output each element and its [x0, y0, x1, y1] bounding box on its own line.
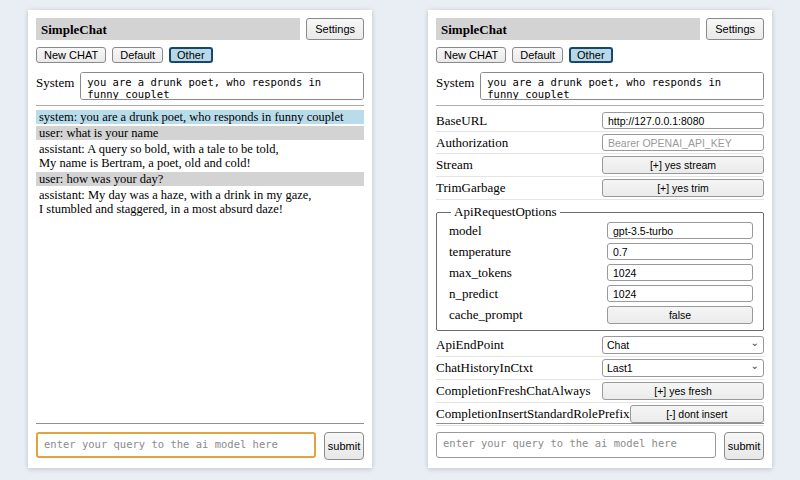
query-input[interactable] — [36, 432, 316, 458]
chat-history-label: ChatHistoryInCtxt — [436, 360, 602, 376]
max-tokens-label: max_tokens — [449, 265, 607, 281]
setting-row-model: model — [449, 220, 753, 241]
settings-button[interactable]: Settings — [306, 18, 364, 40]
system-prompt-input[interactable]: you are a drunk poet, who responds in fu… — [480, 72, 764, 100]
header: SimpleChat Settings — [36, 18, 364, 40]
completion-fresh-toggle-button[interactable]: [+] yes fresh — [602, 382, 764, 400]
api-request-options-legend: ApiRequestOptions — [451, 204, 560, 220]
chat-message-assistant: assistant: My day was a haze, with a dri… — [36, 188, 364, 216]
new-chat-button[interactable]: New CHAT — [436, 47, 506, 63]
api-request-options-fieldset: ApiRequestOptions model temperature max_… — [436, 204, 764, 331]
tab-default[interactable]: Default — [512, 47, 563, 63]
tab-default[interactable]: Default — [112, 47, 163, 63]
header: SimpleChat Settings — [436, 18, 764, 40]
system-row: System you are a drunk poet, who respond… — [436, 72, 764, 100]
system-prompt-input[interactable]: you are a drunk poet, who responds in fu… — [80, 72, 364, 100]
new-chat-button[interactable]: New CHAT — [36, 47, 106, 63]
api-endpoint-label: ApiEndPoint — [436, 337, 602, 353]
divider — [436, 105, 764, 106]
toolbar: New CHAT Default Other — [36, 47, 364, 63]
divider — [36, 105, 364, 106]
title-bar: SimpleChat — [36, 18, 300, 40]
page-title: SimpleChat — [441, 22, 507, 37]
setting-row-chat-history: ChatHistoryInCtxt Last1 ⌄ — [436, 357, 764, 380]
api-endpoint-select[interactable]: Chat — [602, 336, 764, 354]
baseurl-input[interactable] — [602, 112, 764, 129]
n-predict-label: n_predict — [449, 286, 607, 302]
query-footer: submit — [436, 423, 764, 460]
system-label: System — [36, 72, 74, 100]
chat-message-assistant: assistant: A query so bold, with a tale … — [36, 142, 364, 170]
chat-message-list: system: you are a drunk poet, who respon… — [36, 110, 364, 216]
temperature-label: temperature — [449, 244, 607, 260]
authorization-input[interactable] — [602, 134, 764, 151]
setting-row-baseurl: BaseURL — [436, 110, 764, 132]
n-predict-input[interactable] — [607, 285, 753, 302]
completion-insert-toggle-button[interactable]: [-] dont insert — [630, 405, 764, 423]
temperature-input[interactable] — [607, 243, 753, 260]
baseurl-label: BaseURL — [436, 113, 602, 129]
trimgarbage-label: TrimGarbage — [436, 180, 602, 196]
setting-row-max-tokens: max_tokens — [449, 262, 753, 283]
divider — [36, 423, 364, 424]
settings-panel: SimpleChat Settings New CHAT Default Oth… — [428, 10, 772, 468]
chat-history-select[interactable]: Last1 — [602, 359, 764, 377]
query-input[interactable] — [436, 432, 716, 458]
submit-button[interactable]: submit — [324, 432, 364, 460]
chat-message-user: user: what is your name — [36, 126, 364, 140]
divider — [436, 423, 764, 424]
tab-other[interactable]: Other — [569, 47, 613, 63]
chat-panel: SimpleChat Settings New CHAT Default Oth… — [28, 10, 372, 468]
setting-row-stream: Stream [+] yes stream — [436, 154, 764, 177]
chat-message-system: system: you are a drunk poet, who respon… — [36, 110, 364, 124]
setting-row-n-predict: n_predict — [449, 283, 753, 304]
tab-other[interactable]: Other — [169, 47, 213, 63]
toolbar: New CHAT Default Other — [436, 47, 764, 63]
completion-insert-label: CompletionInsertStandardRolePrefix — [436, 406, 630, 422]
max-tokens-input[interactable] — [607, 264, 753, 281]
cache-prompt-label: cache_prompt — [449, 307, 607, 323]
completion-fresh-label: CompletionFreshChatAlways — [436, 383, 602, 399]
system-label: System — [436, 72, 474, 100]
page-title: SimpleChat — [41, 22, 107, 37]
setting-row-cache-prompt: cache_prompt false — [449, 304, 753, 326]
stream-toggle-button[interactable]: [+] yes stream — [602, 156, 764, 174]
authorization-label: Authorization — [436, 135, 602, 151]
setting-row-completion-fresh: CompletionFreshChatAlways [+] yes fresh — [436, 380, 764, 403]
model-label: model — [449, 223, 607, 239]
setting-row-trimgarbage: TrimGarbage [+] yes trim — [436, 177, 764, 200]
trimgarbage-toggle-button[interactable]: [+] yes trim — [602, 179, 764, 197]
chat-message-user: user: how was your day? — [36, 172, 364, 186]
setting-row-api-endpoint: ApiEndPoint Chat ⌄ — [436, 334, 764, 357]
submit-button[interactable]: submit — [724, 432, 764, 460]
system-row: System you are a drunk poet, who respond… — [36, 72, 364, 100]
title-bar: SimpleChat — [436, 18, 700, 40]
model-input[interactable] — [607, 222, 753, 239]
query-footer: submit — [36, 423, 364, 460]
settings-button[interactable]: Settings — [706, 18, 764, 40]
setting-row-temperature: temperature — [449, 241, 753, 262]
setting-row-authorization: Authorization — [436, 132, 764, 154]
stream-label: Stream — [436, 157, 602, 173]
cache-prompt-toggle-button[interactable]: false — [607, 306, 753, 324]
